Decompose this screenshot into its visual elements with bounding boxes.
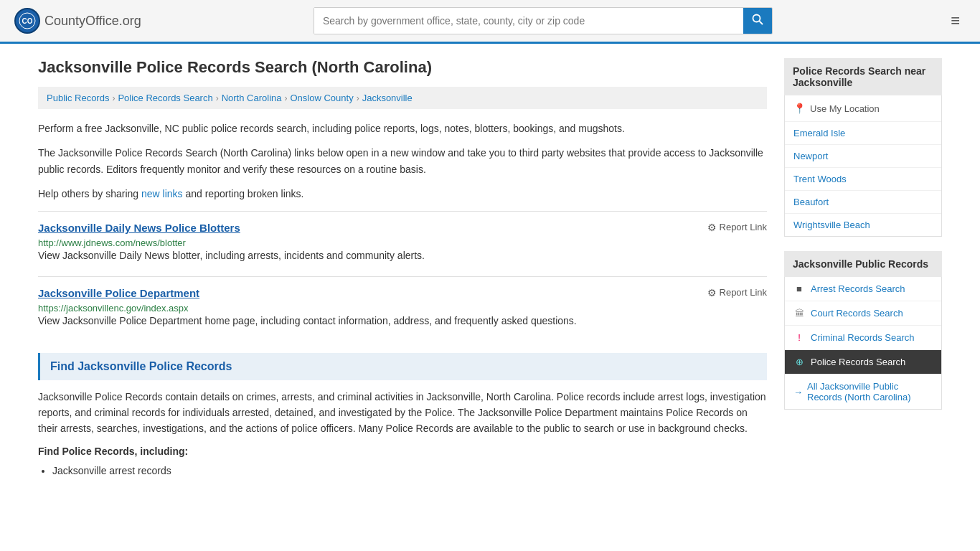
link-card-2-url[interactable]: https://jacksonvillenc.gov/index.aspx: [38, 303, 189, 314]
description-1: Perform a free Jacksonville, NC public p…: [38, 121, 767, 136]
link-card-1-title[interactable]: Jacksonville Daily News Police Blotters: [38, 222, 240, 234]
description-2: The Jacksonville Police Records Search (…: [38, 145, 767, 177]
link-card-2: Jacksonville Police Department ⚙ Report …: [38, 276, 767, 339]
nearby-link-wrightsville-beach-anchor[interactable]: Wrightsville Beach: [793, 220, 870, 230]
arrest-records-icon: ■: [793, 283, 805, 294]
link-card-2-title[interactable]: Jacksonville Police Department: [38, 287, 199, 299]
report-icon-1: ⚙: [707, 222, 717, 233]
page-title: Jacksonville Police Records Search (Nort…: [38, 58, 767, 77]
nearby-link-wrightsville-beach: Wrightsville Beach: [785, 214, 941, 236]
svg-point-2: [753, 15, 760, 22]
find-subheading: Find Police Records, including:: [38, 446, 767, 457]
svg-text:CO: CO: [22, 17, 33, 25]
report-link-2[interactable]: ⚙ Report Link: [707, 287, 767, 298]
search-button[interactable]: [743, 8, 772, 34]
sidebar-item-police-records[interactable]: ⊕ Police Records Search: [785, 350, 941, 375]
site-header: CO CountyOffice.org ≡: [0, 0, 980, 44]
breadcrumb-jacksonville[interactable]: Jacksonville: [362, 93, 413, 103]
sidebar-item-arrest-records[interactable]: ■ Arrest Records Search: [785, 277, 941, 301]
section-body: Jacksonville Police Records contain deta…: [38, 389, 767, 437]
main-content: Jacksonville Police Records Search (Nort…: [38, 58, 767, 480]
nearby-links-container: 📍 Use My Location Emerald Isle Newport T…: [784, 95, 942, 237]
breadcrumb-public-records[interactable]: Public Records: [47, 93, 109, 103]
search-input[interactable]: [314, 8, 743, 34]
criminal-records-icon: !: [793, 332, 805, 343]
logo-icon: CO: [14, 8, 40, 34]
report-icon-2: ⚙: [707, 287, 717, 298]
court-records-icon: 🏛: [793, 308, 805, 319]
use-location[interactable]: 📍 Use My Location: [785, 95, 941, 122]
sidebar-public-records-items: ■ Arrest Records Search 🏛 Court Records …: [784, 277, 942, 410]
sidebar: Police Records Search near Jacksonville …: [784, 58, 942, 480]
logo-text: CountyOffice.org: [44, 14, 141, 29]
new-links-link[interactable]: new links: [141, 188, 183, 199]
link-card-1-desc: View Jacksonville Daily News blotter, in…: [38, 248, 767, 263]
all-records-arrow-icon: →: [793, 387, 803, 397]
menu-button[interactable]: ≡: [945, 9, 966, 33]
public-records-section-title: Jacksonville Public Records: [784, 251, 942, 277]
link-card-1-url[interactable]: http://www.jdnews.com/news/blotter: [38, 237, 186, 248]
nearby-link-emerald-isle: Emerald Isle: [785, 122, 941, 145]
breadcrumb-north-carolina[interactable]: North Carolina: [222, 93, 282, 103]
nearby-link-emerald-isle-anchor[interactable]: Emerald Isle: [793, 128, 845, 138]
nearby-link-beaufort-anchor[interactable]: Beaufort: [793, 197, 829, 207]
sidebar-item-court-records[interactable]: 🏛 Court Records Search: [785, 301, 941, 326]
svg-line-3: [759, 22, 763, 25]
list-item: Jacksonville arrest records: [52, 463, 767, 480]
search-box: [314, 7, 773, 34]
bullet-list: Jacksonville arrest records: [38, 463, 767, 480]
nearby-link-newport-anchor[interactable]: Newport: [793, 151, 828, 161]
all-records-link[interactable]: → All Jacksonville Public Records (North…: [785, 375, 941, 409]
link-card-2-header: Jacksonville Police Department ⚙ Report …: [38, 287, 767, 299]
location-pin-icon: 📍: [793, 103, 806, 114]
nearby-link-newport: Newport: [785, 145, 941, 168]
nearby-link-trent-woods: Trent Woods: [785, 168, 941, 191]
link-card-1-header: Jacksonville Daily News Police Blotters …: [38, 222, 767, 234]
link-card-2-desc: View Jacksonville Police Department home…: [38, 314, 767, 329]
section-heading: Find Jacksonville Police Records: [38, 353, 767, 380]
nearby-link-trent-woods-anchor[interactable]: Trent Woods: [793, 174, 847, 184]
breadcrumb-police-records-search[interactable]: Police Records Search: [118, 93, 212, 103]
nearby-link-beaufort: Beaufort: [785, 191, 941, 214]
main-container: Jacksonville Police Records Search (Nort…: [24, 44, 956, 494]
logo-area: CO CountyOffice.org: [14, 8, 141, 34]
sidebar-item-criminal-records[interactable]: ! Criminal Records Search: [785, 326, 941, 350]
breadcrumb-onslow-county[interactable]: Onslow County: [291, 93, 354, 103]
nearby-section-title: Police Records Search near Jacksonville: [784, 58, 942, 95]
police-records-icon: ⊕: [793, 357, 805, 367]
search-area: [314, 7, 773, 34]
link-card-1: Jacksonville Daily News Police Blotters …: [38, 211, 767, 273]
breadcrumb: Public Records › Police Records Search ›…: [38, 87, 767, 109]
description-3: Help others by sharing new links and rep…: [38, 186, 767, 202]
report-link-1[interactable]: ⚙ Report Link: [707, 222, 767, 233]
